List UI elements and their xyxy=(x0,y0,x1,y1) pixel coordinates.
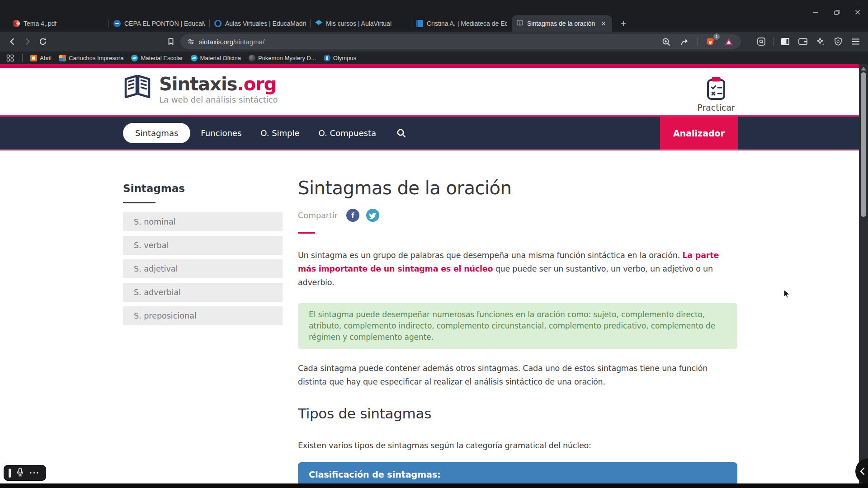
scrollbar-up-arrow[interactable] xyxy=(861,67,866,70)
overlay-more-icon[interactable]: ••• xyxy=(29,470,39,475)
reader-search-icon[interactable] xyxy=(755,36,767,47)
bookmark-flag-icon[interactable] xyxy=(165,36,177,47)
restore-button[interactable] xyxy=(826,5,847,20)
url-domain: sintaxis.org xyxy=(199,38,233,46)
bookmark-cartuchos[interactable]: Cartuchos Impresora xyxy=(59,55,123,61)
menu-hamburger-icon[interactable] xyxy=(850,36,862,47)
brand-tagline: La web del análisis sintáctico xyxy=(159,95,278,104)
divider xyxy=(773,38,774,46)
nav-item-o-compuesta[interactable]: O. Compuesta xyxy=(319,128,376,138)
forward-icon[interactable] xyxy=(22,36,33,47)
leo-ai-icon[interactable] xyxy=(815,36,826,47)
minimize-button[interactable] xyxy=(806,5,826,20)
brand-sintaxis: Sintaxis xyxy=(159,74,237,94)
sintaxis-book-icon xyxy=(516,20,524,27)
site-logo[interactable]: Sintaxis.org La web del análisis sintáct… xyxy=(123,74,278,104)
tab-mediateca[interactable]: Cristina A. | Mediateca de EducaMad xyxy=(411,15,512,32)
bookmark-abril[interactable]: Abril xyxy=(30,55,52,61)
sidebar-item-s-adverbial[interactable]: S. adverbial xyxy=(123,283,283,302)
shields-badge: 1 xyxy=(713,33,720,40)
address-bar-actions: 1 xyxy=(660,36,735,47)
microphone-icon[interactable] xyxy=(17,468,24,479)
site-settings-icon[interactable] xyxy=(187,38,195,46)
mediateca-film-icon xyxy=(416,20,423,27)
pokemon-icon xyxy=(249,55,255,61)
brave-shields-icon[interactable]: 1 xyxy=(704,36,716,47)
olympus-icon xyxy=(324,55,330,61)
bookmark-olympus[interactable]: Olympus xyxy=(324,55,356,61)
sidebar-toggle-icon[interactable] xyxy=(779,36,791,47)
overlay-drag-handle[interactable] xyxy=(9,469,11,478)
vpn-shield-icon[interactable] xyxy=(832,36,844,47)
wallet-icon[interactable] xyxy=(797,36,809,47)
material-escolar-icon xyxy=(131,55,138,61)
functions-note-box: El sintagma puede desempeñar numerosas f… xyxy=(298,303,737,349)
bookmark-material-escolar[interactable]: Material Escolar xyxy=(131,55,183,61)
second-paragraph: Cada sintagma puede contener además otro… xyxy=(298,361,737,389)
nav-item-funciones[interactable]: Funciones xyxy=(201,128,241,138)
tab-aulas-virtuales[interactable]: Aulas Virtuales | EducaMadrid xyxy=(210,15,310,32)
address-bar[interactable]: sintaxis.org/sintagma/ 1 xyxy=(180,34,741,49)
share-label: Compartir xyxy=(298,211,338,220)
page-title: Sintagmas de la oración xyxy=(298,176,737,200)
search-icon[interactable] xyxy=(396,128,406,138)
tab-pdf[interactable]: Tema 4,.pdf xyxy=(8,15,108,32)
reload-icon[interactable] xyxy=(37,36,49,47)
browser-toolbar: sintaxis.org/sintagma/ 1 xyxy=(0,32,868,52)
divider xyxy=(697,38,698,46)
apps-grid-icon[interactable] xyxy=(5,53,14,62)
educamadrid-icon xyxy=(113,20,121,27)
bookmark-label: Pokemon Mystery D... xyxy=(258,55,316,61)
share-icon[interactable] xyxy=(679,36,690,47)
site-nav: Sintagmas Funciones O. Simple O. Compues… xyxy=(0,115,868,151)
sidebar-item-s-verbal[interactable]: S. verbal xyxy=(123,236,283,255)
logo-text: Sintaxis.org La web del análisis sintáct… xyxy=(159,74,278,104)
scrollbar-thumb[interactable] xyxy=(861,72,866,217)
sidebar-title: Sintagmas xyxy=(123,183,283,194)
url-text[interactable]: sintaxis.org/sintagma/ xyxy=(199,38,264,46)
tab-title: Aulas Virtuales | EducaMadrid xyxy=(225,20,306,27)
clipboard-checklist-icon xyxy=(706,94,726,102)
brave-rewards-icon[interactable] xyxy=(723,36,735,47)
intro-paragraph: Un sintagma es un grupo de palabras que … xyxy=(298,249,737,289)
facebook-share-icon[interactable]: f xyxy=(346,209,359,222)
bookmark-label: Material Oficina xyxy=(200,55,241,61)
close-button[interactable] xyxy=(847,5,868,20)
facebook-f: f xyxy=(351,211,354,221)
site-header: Sintaxis.org La web del análisis sintáct… xyxy=(0,68,868,115)
nav-item-o-simple[interactable]: O. Simple xyxy=(260,128,299,138)
nav-item-sintagmas[interactable]: Sintagmas xyxy=(123,123,190,143)
tab-mis-cursos[interactable]: Mis cursos | AulaVirtual xyxy=(311,15,411,32)
url-path: /sintagma/ xyxy=(233,38,264,46)
practicar-label: Practicar xyxy=(694,103,738,113)
zoom-in-icon[interactable] xyxy=(660,36,672,47)
edge-panel-toggle[interactable] xyxy=(855,458,868,484)
new-tab-button[interactable]: + xyxy=(617,17,630,30)
sidebar-item-s-preposicional[interactable]: S. preposicional xyxy=(123,306,283,325)
sidebar-list: S. nominal S. verbal S. adjetival S. adv… xyxy=(123,212,283,325)
pdf-reader-icon xyxy=(13,20,20,27)
tab-close-icon[interactable] xyxy=(599,19,608,28)
tab-cepa-el-ponton[interactable]: CEPA EL PONTÓN | EducaMadrid xyxy=(109,15,209,32)
analizador-button[interactable]: Analizador xyxy=(660,117,738,150)
tab-title: Tema 4,.pdf xyxy=(24,20,104,27)
recorder-overlay: ••• xyxy=(4,465,46,481)
bookmark-material-oficina[interactable]: Material Oficina xyxy=(191,55,241,61)
sidebar-item-s-nominal[interactable]: S. nominal xyxy=(123,212,283,231)
practicar-link[interactable]: Practicar xyxy=(694,76,738,113)
bookmark-label: Material Escolar xyxy=(141,55,183,61)
bookmark-pokemon[interactable]: Pokemon Mystery D... xyxy=(249,55,316,61)
tab-sintagmas-active[interactable]: Sintagmas de la oración xyxy=(512,15,612,32)
aulavirtual-icon xyxy=(315,20,322,27)
back-icon[interactable] xyxy=(6,36,18,47)
share-row: Compartir f xyxy=(298,209,737,222)
page-content: Sintagmas S. nominal S. verbal S. adjeti… xyxy=(123,151,738,487)
web-page: Sintaxis.org La web del análisis sintáct… xyxy=(0,64,868,488)
brand-name: Sintaxis.org xyxy=(159,74,278,94)
sidebar-item-s-adjetival[interactable]: S. adjetival xyxy=(123,259,283,278)
third-paragraph: Existen varios tipos de sintagmas según … xyxy=(298,439,737,452)
page-scrollbar[interactable] xyxy=(859,64,868,483)
brand-org: .org xyxy=(237,74,276,94)
aulas-virtuales-icon xyxy=(214,20,222,27)
twitter-share-icon[interactable] xyxy=(366,209,379,222)
